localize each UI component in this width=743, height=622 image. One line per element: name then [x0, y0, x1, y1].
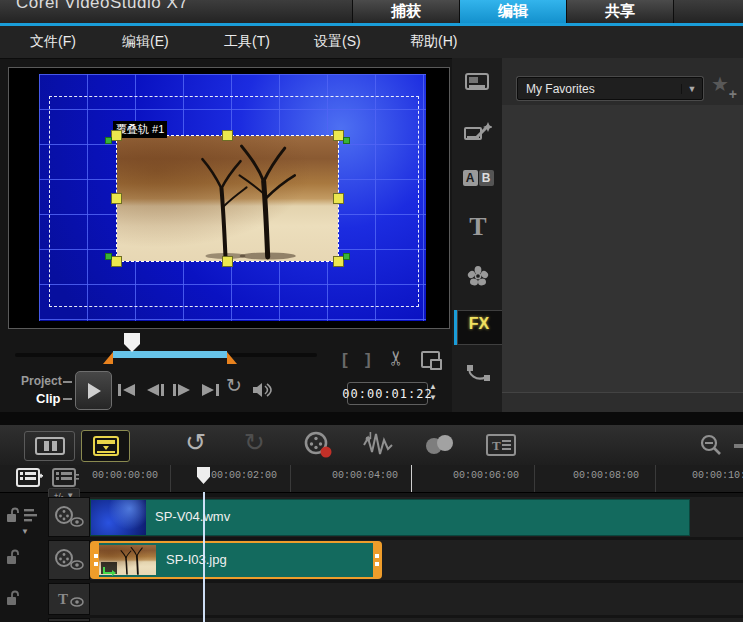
- skew-handle-bottom-right[interactable]: [343, 253, 350, 260]
- timeline-clip-video[interactable]: SP-V04.wmv: [90, 499, 690, 536]
- title-track-lane[interactable]: [90, 583, 743, 615]
- timeline-playhead-line[interactable]: [203, 492, 205, 622]
- timeline-clip-overlay-selected[interactable]: SP-I03.jpg: [90, 541, 382, 579]
- track-motion-button[interactable]: [460, 362, 496, 390]
- timeline-view-icon: [93, 436, 119, 456]
- plus-icon: +: [729, 86, 737, 102]
- media-library-button[interactable]: [460, 72, 496, 98]
- overlay-clip-selection[interactable]: 覆叠轨 #1: [116, 135, 339, 262]
- storyboard-view-button[interactable]: [24, 431, 75, 461]
- gallery-dropdown[interactable]: My Favorites ▼: [517, 77, 703, 100]
- skew-handle-bottom-left[interactable]: [105, 253, 112, 260]
- waveform-icon: [362, 432, 396, 458]
- ruler-minor-tick: [655, 465, 656, 492]
- go-to-end-button[interactable]: [198, 381, 222, 399]
- menu-file[interactable]: 文件(F): [30, 33, 76, 51]
- mark-out-button[interactable]: ]: [365, 350, 371, 370]
- handle-bottom-middle[interactable]: [222, 256, 233, 267]
- timecode-display[interactable]: 00:00:01:22: [347, 382, 428, 405]
- video-track-ripple-button[interactable]: [23, 507, 39, 527]
- overlay-track-lock-button[interactable]: [5, 549, 20, 569]
- previous-frame-button[interactable]: [143, 381, 167, 399]
- film-reel-icon: [303, 431, 333, 459]
- music-track-header[interactable]: [48, 618, 90, 622]
- enlarge-preview-button[interactable]: [421, 351, 440, 368]
- ruler-minor-tick: [290, 465, 291, 492]
- music-track-lane[interactable]: [90, 618, 743, 622]
- show-all-tracks-button[interactable]: [16, 468, 43, 487]
- add-to-favorites-button[interactable]: ★ +: [711, 74, 739, 100]
- flower-icon: [465, 264, 491, 288]
- tab-edit-label: 编辑: [498, 2, 528, 21]
- ruler-tick-0s: 00:00:00:00: [92, 470, 158, 481]
- ruler-minor-tick: [534, 465, 535, 492]
- menu-edit[interactable]: 编辑(E): [122, 33, 169, 51]
- trim-grip-dot: [94, 562, 98, 566]
- fx-icon[interactable]: FX: [457, 315, 501, 333]
- volume-button[interactable]: [250, 381, 274, 399]
- track-manager-icon: [52, 468, 79, 487]
- overlay-track-header[interactable]: [48, 540, 90, 580]
- skew-handle-top-right[interactable]: [343, 137, 350, 144]
- auto-music-icon: [424, 435, 456, 455]
- timecode-down-spinner[interactable]: ▼: [429, 394, 437, 402]
- pan-zoom-icon: [101, 564, 117, 576]
- step-back-icon: [145, 383, 165, 397]
- instant-project-icon: [464, 120, 492, 144]
- title-gallery-button[interactable]: T: [460, 212, 496, 242]
- play-button[interactable]: [75, 371, 112, 410]
- project-mode-label[interactable]: Project: [21, 374, 62, 388]
- tab-share-label: 共享: [605, 2, 635, 21]
- tab-share[interactable]: 共享: [566, 0, 674, 23]
- timeline-view-button[interactable]: [81, 430, 130, 462]
- tab-edit[interactable]: 编辑: [459, 0, 567, 23]
- subtitle-editor-button[interactable]: T: [486, 433, 516, 457]
- graphic-button[interactable]: [460, 264, 496, 292]
- application-window: Corel VideoStudio X7 捕获 编辑 共享 文件(F) 编辑(E…: [0, 0, 743, 622]
- menu-help[interactable]: 帮助(H): [410, 33, 457, 51]
- timecode-up-spinner[interactable]: ▲: [429, 383, 437, 391]
- go-to-start-button[interactable]: [115, 381, 139, 399]
- clip-trim-handle-left[interactable]: [92, 543, 99, 577]
- title-track-header[interactable]: T: [48, 583, 90, 615]
- video-track-header[interactable]: [48, 497, 90, 537]
- transition-button[interactable]: AB: [460, 168, 496, 186]
- desert-trees-art: [117, 136, 338, 261]
- auto-music-button[interactable]: [424, 435, 456, 455]
- title-icon: T: [469, 212, 486, 241]
- handle-top-middle[interactable]: [222, 130, 233, 141]
- clip-trim-handle-right[interactable]: [373, 543, 380, 577]
- handle-top-left[interactable]: [111, 130, 122, 141]
- split-clip-button[interactable]: ✂: [384, 350, 408, 367]
- repeat-button[interactable]: ↻: [226, 374, 242, 397]
- zoom-slider[interactable]: [734, 444, 743, 448]
- tab-capture-label: 捕获: [391, 2, 421, 21]
- skew-handle-top-left[interactable]: [105, 137, 112, 144]
- trim-grip-dot: [375, 554, 379, 558]
- library-content-area[interactable]: [502, 105, 743, 392]
- handle-middle-right[interactable]: [333, 193, 344, 204]
- video-track-lock-button[interactable]: [5, 507, 20, 527]
- undo-button[interactable]: ↺: [185, 428, 206, 457]
- menu-tools[interactable]: 工具(T): [224, 33, 270, 51]
- track-manager-button[interactable]: [52, 468, 79, 487]
- video-clip-name: SP-V04.wmv: [155, 509, 230, 524]
- tab-capture[interactable]: 捕获: [352, 0, 460, 23]
- speaker-icon: [251, 382, 273, 398]
- chevron-down-icon: ▼: [681, 84, 702, 94]
- clip-mode-label[interactable]: Clip: [36, 391, 61, 406]
- redo-button[interactable]: ↻: [244, 428, 265, 457]
- handle-bottom-left[interactable]: [111, 256, 122, 267]
- instant-project-button[interactable]: [460, 120, 496, 148]
- handle-middle-left[interactable]: [111, 193, 122, 204]
- next-frame-button[interactable]: [170, 381, 194, 399]
- title-track-lock-button[interactable]: [5, 590, 20, 610]
- mark-in-button[interactable]: [: [342, 350, 348, 370]
- sound-mixer-button[interactable]: [362, 432, 396, 458]
- scrub-playhead[interactable]: [124, 333, 140, 352]
- menu-settings[interactable]: 设置(S): [314, 33, 361, 51]
- record-capture-button[interactable]: [303, 431, 333, 459]
- gutter-collapse-caret[interactable]: ▼: [21, 527, 29, 536]
- menu-bar: 文件(F) 编辑(E) 工具(T) 设置(S) 帮助(H): [0, 26, 743, 59]
- zoom-out-button[interactable]: [699, 434, 723, 458]
